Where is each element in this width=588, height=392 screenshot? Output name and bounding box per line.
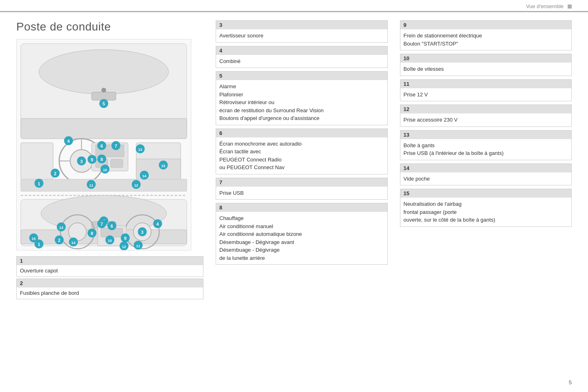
svg-rect-2 [92,92,116,100]
item-15-number: 15 [400,189,572,198]
item-2-text: Fusibles planche de bord [17,287,203,299]
item-6-text: Écran monochrome avec autoradio Écran ta… [216,137,387,174]
item-13: 13 Boîte à gants Prise USB (à l'intérieu… [400,130,572,160]
svg-rect-13 [111,159,123,168]
item-3-number: 3 [216,21,387,29]
item-14-text: Vide poche [400,172,572,185]
item-3-text: Avertisseur sonore [216,29,387,42]
svg-text:6: 6 [101,144,103,148]
svg-text:10: 10 [108,239,112,243]
item-4-text: Combiné [216,55,387,68]
svg-text:9: 9 [124,236,127,241]
item-12-text: Prise accessoire 230 V [400,113,572,126]
item-8: 8 Chauffage Air conditionné manuel Air c… [216,203,388,265]
svg-text:12: 12 [122,245,126,249]
item-11-text: Prise 12 V [400,88,572,101]
items-left: 1 Ouverture capot 2 Fusibles planche de … [16,256,203,301]
item-5-number: 5 [216,72,387,80]
item-4: 4 Combiné [216,46,388,68]
item-8-text: Chauffage Air conditionné manuel Air con… [216,212,387,264]
item-11-number: 11 [400,80,572,88]
svg-text:5: 5 [103,101,105,106]
item-12-number: 12 [400,105,572,113]
item-15-text: Neutralisation de l'airbag frontal passa… [400,198,572,226]
item-3: 3 Avertisseur sonore [216,20,388,43]
svg-point-1 [39,50,169,94]
dashboard-svg: 1 2 3 4 5 6 7 8 [17,39,191,250]
svg-text:4: 4 [67,139,70,144]
svg-text:2: 2 [58,238,60,243]
svg-text:11: 11 [136,244,140,248]
svg-text:6: 6 [111,224,113,229]
left-column: Poste de conduite [16,20,203,301]
svg-text:4: 4 [156,222,159,226]
page-title: Poste de conduite [16,20,203,33]
item-9-number: 9 [400,21,572,29]
svg-text:8: 8 [91,231,93,236]
svg-text:7: 7 [101,222,103,226]
svg-text:15: 15 [161,164,165,168]
item-5: 5 Alarme Plafonnier Rétroviseur intérieu… [216,71,388,125]
page-header: Vue d'ensemble [0,0,588,12]
item-8-number: 8 [216,203,387,212]
item-1-text: Ouverture capot [17,265,203,277]
svg-rect-4 [21,118,187,139]
svg-text:7: 7 [115,144,117,148]
item-7-number: 7 [216,178,387,187]
svg-text:3: 3 [80,159,83,164]
item-11: 11 Prise 12 V [400,79,572,102]
item-9: 9 Frein de stationnement électrique Bout… [400,20,572,50]
page-footer: 5 [569,379,572,385]
header-decoration [568,4,572,9]
right-column: 9 Frein de stationnement électrique Bout… [400,20,572,301]
item-4-number: 4 [216,46,387,55]
svg-text:3: 3 [141,230,144,235]
item-5-text: Alarme Plafonnier Rétroviseur intérieur … [216,80,387,125]
item-10: 10 Boîte de vitesses [400,54,572,76]
svg-text:11: 11 [89,183,93,187]
item-9-text: Frein de stationnement électrique Bouton… [400,29,572,50]
svg-text:10: 10 [103,168,107,172]
middle-column: 3 Avertisseur sonore 4 Combiné 5 Alarme … [216,20,388,301]
item-2-number: 2 [17,279,203,287]
svg-text:12: 12 [134,183,138,187]
svg-text:1: 1 [38,181,40,186]
item-7-text: Prise USB [216,187,387,200]
item-10-number: 10 [400,54,572,63]
svg-text:13: 13 [138,148,142,152]
page-number: 5 [569,379,572,385]
item-13-text: Boîte à gants Prise USB (à l'intérieur d… [400,139,572,160]
diagram-container: 1 2 3 4 5 6 7 8 [16,39,191,250]
item-6-number: 6 [216,129,387,137]
item-1: 1 Ouverture capot [16,256,203,277]
svg-rect-16 [21,143,53,179]
item-7: 7 Prise USB [216,178,388,200]
svg-text:14: 14 [142,174,146,178]
item-14: 14 Vide poche [400,163,572,186]
svg-text:14: 14 [71,241,75,245]
svg-point-3 [101,88,106,93]
item-15: 15 Neutralisation de l'airbag frontal pa… [400,189,572,227]
item-13-number: 13 [400,131,572,139]
svg-text:15: 15 [32,237,36,241]
item-10-text: Boîte de vitesses [400,63,572,76]
header-title: Vue d'ensemble [526,3,564,9]
item-14-number: 14 [400,164,572,172]
svg-text:13: 13 [59,226,63,230]
svg-text:2: 2 [54,171,57,176]
item-6: 6 Écran monochrome avec autoradio Écran … [216,128,388,174]
svg-text:1: 1 [38,242,40,247]
svg-rect-17 [21,179,187,192]
page-content: Poste de conduite [0,12,588,309]
item-12: 12 Prise accessoire 230 V [400,105,572,127]
svg-text:8: 8 [101,157,103,162]
item-2: 2 Fusibles planche de bord [16,279,203,299]
svg-text:9: 9 [91,157,93,162]
svg-point-26 [68,223,86,241]
item-1-number: 1 [17,257,203,265]
